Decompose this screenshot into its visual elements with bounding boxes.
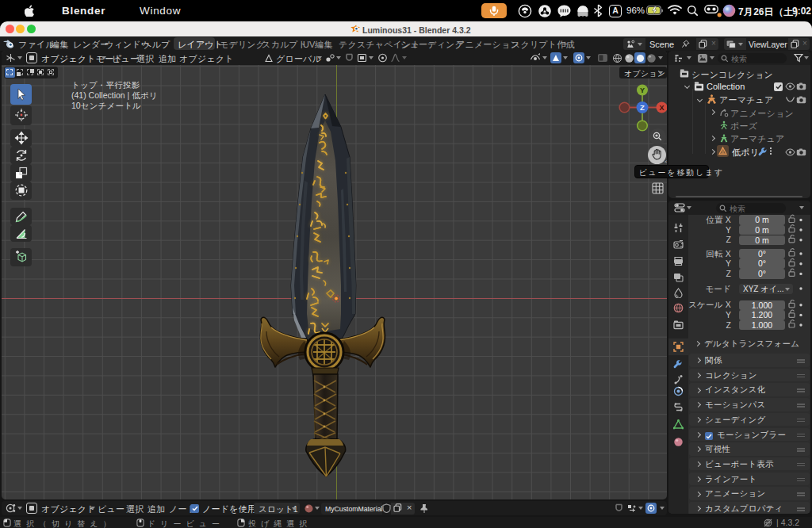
svg-text:Z: Z [640, 103, 645, 112]
svg-text:X: X [659, 104, 664, 112]
svg-text:Y: Y [640, 86, 645, 94]
